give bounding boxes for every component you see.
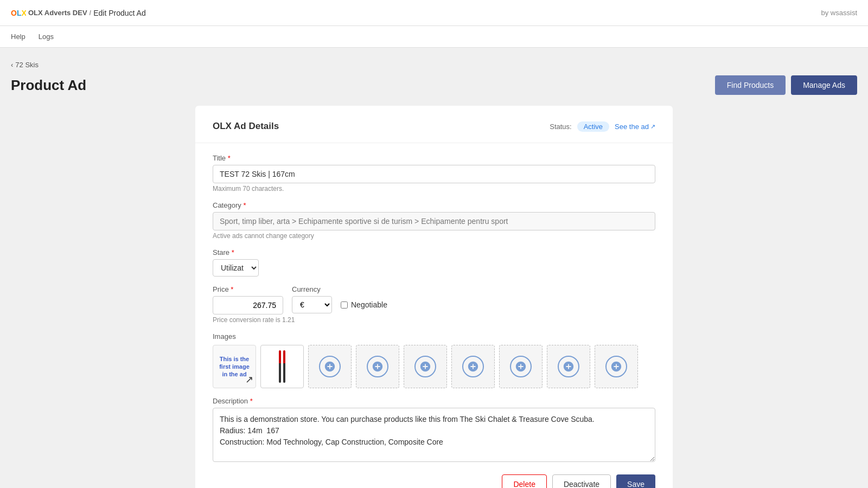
see-ad-link[interactable]: See the ad ↗	[615, 123, 655, 131]
ad-details-card: OLX Ad Details Status: Active See the ad…	[195, 106, 673, 488]
price-hint: Price conversion rate is 1.21	[213, 316, 655, 324]
description-textarea[interactable]: This is a demonstration store. You can p…	[213, 408, 655, 462]
add-image-icon-1	[319, 356, 341, 377]
image-slot-ski[interactable]	[260, 345, 304, 388]
find-products-button[interactable]: Find Products	[715, 75, 786, 95]
nav-help[interactable]: Help	[11, 27, 25, 46]
page-header: Product Ad Find Products Manage Ads	[11, 75, 857, 95]
back-link[interactable]: ‹ 72 Skis	[11, 61, 857, 69]
image-slot-first[interactable]: This is thefirst imagein the ad ↗	[213, 345, 256, 388]
arrow-icon: ↗	[245, 374, 253, 386]
manage-ads-button[interactable]: Manage Ads	[791, 75, 857, 95]
price-label: Price *	[213, 285, 283, 293]
description-label: Description *	[213, 397, 655, 405]
add-image-icon-5	[510, 356, 532, 377]
price-row: Price * Currency € RON USD Negotiable	[213, 285, 655, 314]
add-image-icon-3	[414, 356, 436, 377]
breadcrumb-page: Edit Product Ad	[93, 9, 146, 17]
title-hint: Maximum 70 characters.	[213, 185, 655, 192]
description-textarea-wrapper: This is a demonstration store. You can p…	[213, 408, 655, 464]
back-arrow-icon: ‹	[11, 61, 13, 69]
image-slot-add-2[interactable]	[356, 345, 399, 388]
images-label: Images	[213, 332, 655, 341]
price-group: Price * Currency € RON USD Negotiable	[213, 285, 655, 324]
ski-image	[278, 345, 286, 388]
status-area: Status: Active See the ad ↗	[550, 121, 655, 132]
description-required: *	[250, 397, 253, 405]
card-header: OLX Ad Details Status: Active See the ad…	[213, 121, 655, 132]
title-label: Title *	[213, 154, 655, 162]
status-badge: Active	[577, 121, 609, 132]
bottom-actions: Delete Deactivate Save	[213, 474, 655, 488]
price-field-group: Price *	[213, 285, 283, 314]
title-required: *	[228, 154, 231, 162]
nav: Help Logs	[0, 26, 868, 48]
topbar: OLX OLX Adverts DEV / Edit Product Ad by…	[0, 0, 868, 26]
currency-select[interactable]: € RON USD	[292, 296, 332, 313]
stare-select[interactable]: Utilizat Nou	[213, 259, 259, 277]
topbar-right: by wsassist	[821, 9, 857, 17]
topbar-left: OLX OLX Adverts DEV / Edit Product Ad	[11, 8, 146, 18]
main-content: ‹ 72 Skis Product Ad Find Products Manag…	[0, 48, 868, 488]
back-link-text: 72 Skis	[15, 61, 39, 69]
category-hint: Active ads cannot change category	[213, 232, 655, 240]
description-group: Description * This is a demonstration st…	[213, 397, 655, 464]
add-image-icon-6	[558, 356, 579, 377]
add-image-icon-2	[367, 356, 388, 377]
ski-bar-1	[279, 350, 281, 383]
ski-bar-2	[283, 350, 285, 383]
image-slot-add-6[interactable]	[547, 345, 590, 388]
title-input[interactable]	[213, 165, 655, 183]
header-buttons: Find Products Manage Ads	[715, 75, 857, 95]
image-slot-add-5[interactable]	[499, 345, 542, 388]
negotiable-label[interactable]: Negotiable	[351, 300, 387, 309]
price-input[interactable]	[213, 296, 283, 314]
category-required: *	[243, 201, 246, 209]
image-slot-add-3[interactable]	[404, 345, 447, 388]
add-image-icon-4	[462, 356, 484, 377]
negotiable-group: Negotiable	[341, 300, 387, 309]
olx-svg-icon: OLX	[11, 8, 26, 18]
images-section: Images This is thefirst imagein the ad ↗	[213, 332, 655, 388]
card-divider	[195, 143, 673, 143]
images-row: This is thefirst imagein the ad ↗	[213, 345, 655, 388]
breadcrumb-app: OLX Adverts DEV	[28, 9, 87, 17]
save-button[interactable]: Save	[616, 474, 655, 488]
svg-text:OLX: OLX	[11, 9, 26, 17]
page-title: Product Ad	[11, 77, 86, 94]
image-slot-add-1[interactable]	[308, 345, 352, 388]
negotiable-checkbox[interactable]	[341, 301, 348, 309]
breadcrumb-sep: /	[90, 9, 92, 17]
olx-logo-icon: OLX	[11, 8, 26, 18]
category-input	[213, 212, 655, 230]
add-image-icon-7	[605, 356, 627, 377]
title-group: Title * Maximum 70 characters.	[213, 154, 655, 192]
price-required: *	[231, 285, 233, 293]
olx-logo: OLX OLX Adverts DEV / Edit Product Ad	[11, 8, 146, 18]
currency-label: Currency	[292, 285, 332, 293]
image-slot-add-7[interactable]	[595, 345, 638, 388]
stare-label: Stare *	[213, 248, 655, 256]
currency-field-group: Currency € RON USD	[292, 285, 332, 313]
image-slot-add-4[interactable]	[451, 345, 495, 388]
nav-logs[interactable]: Logs	[39, 27, 54, 46]
external-link-icon: ↗	[650, 123, 655, 130]
see-ad-text: See the ad	[615, 123, 649, 131]
stare-required: *	[232, 248, 234, 256]
deactivate-button[interactable]: Deactivate	[552, 474, 611, 488]
category-group: Category * Active ads cannot change cate…	[213, 201, 655, 240]
card-title: OLX Ad Details	[213, 121, 279, 132]
stare-group: Stare * Utilizat Nou	[213, 248, 655, 277]
status-label: Status:	[550, 123, 571, 131]
category-label: Category *	[213, 201, 655, 209]
delete-button[interactable]: Delete	[502, 474, 546, 488]
